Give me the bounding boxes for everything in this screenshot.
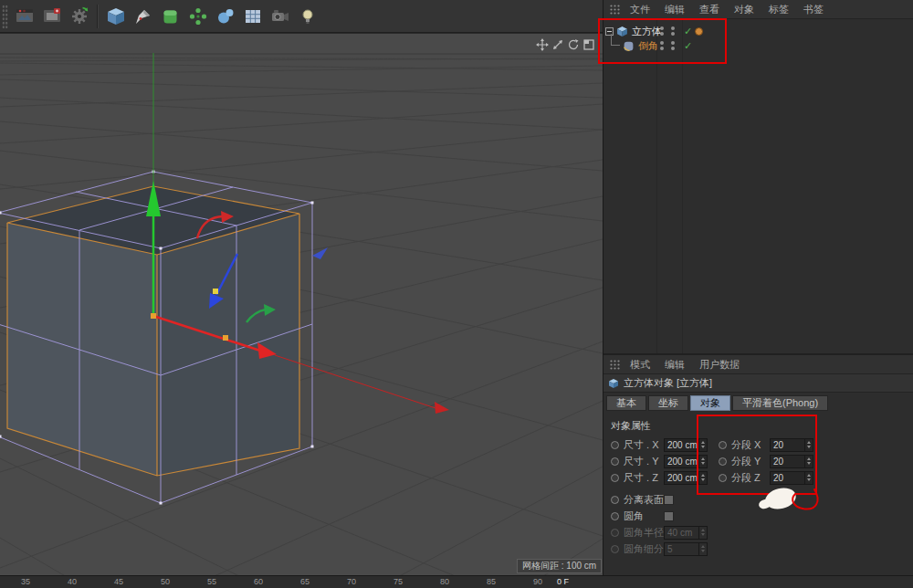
seg-z-input[interactable]: 20: [770, 471, 813, 485]
keyframe-dot-icon: [611, 545, 619, 553]
ruler-tick: 55: [207, 577, 216, 586]
keyframe-dot-icon[interactable]: [611, 441, 619, 449]
size-y-input[interactable]: 200 cm: [664, 455, 708, 468]
menu-edit[interactable]: 编辑: [657, 355, 692, 374]
ruler-tick: 45: [114, 577, 123, 586]
size-x-row: 尺寸 . X 200 cm 分段 X 20: [603, 436, 913, 453]
keyframe-dot-icon[interactable]: [611, 512, 619, 520]
environment-grid-icon[interactable]: [240, 4, 266, 29]
primitive-cube-icon[interactable]: [103, 4, 129, 29]
stepper-icon[interactable]: [698, 472, 707, 484]
viewport-nav: [536, 38, 595, 51]
cinema4d-window: 网格间距 : 100 cm 35 40 45 50 55 60 65 70 75…: [0, 0, 913, 588]
panel-menu-icon[interactable]: [609, 359, 621, 371]
object-row-cube[interactable]: 立方体 ✓: [603, 24, 913, 38]
keyframe-dot-icon[interactable]: [719, 441, 727, 449]
object-name[interactable]: 倒角: [638, 39, 658, 53]
size-z-input[interactable]: 200 cm: [664, 471, 708, 485]
visibility-dots-icon[interactable]: [660, 41, 664, 50]
keyframe-dot-icon[interactable]: [611, 496, 619, 504]
toolbar-grip[interactable]: [2, 5, 8, 28]
enabled-check-icon[interactable]: ✓: [684, 24, 692, 38]
size-x-label: 尺寸 . X: [624, 438, 664, 452]
fillet-label: 圆角: [624, 509, 664, 523]
bevel-deformer-icon: [623, 40, 635, 52]
stepper-icon[interactable]: [698, 456, 707, 467]
attribute-manager: 模式 编辑 用户数据 立方体对象 [立方体] 基本 坐标 对象 平滑着色(Pho…: [603, 355, 913, 557]
viewport-3d[interactable]: 网格间距 : 100 cm: [0, 33, 603, 575]
scene-3d: [0, 34, 603, 576]
fillet-subdivision-input: 5: [664, 542, 708, 556]
visibility-dots-icon[interactable]: [660, 26, 664, 36]
render-visibility-dots-icon[interactable]: [671, 26, 675, 36]
ruler-tick: 75: [394, 577, 403, 586]
keyframe-dot-icon[interactable]: [719, 474, 727, 482]
size-y-label: 尺寸 . Y: [624, 455, 664, 468]
light-icon[interactable]: [295, 4, 320, 29]
separate-surfaces-label: 分离表面: [624, 493, 664, 507]
seg-x-label: 分段 X: [731, 438, 770, 452]
render-visibility-dots-icon[interactable]: [671, 41, 675, 50]
panel-menu-icon[interactable]: [609, 4, 621, 16]
metaball-icon[interactable]: [213, 4, 238, 29]
stepper-icon[interactable]: [804, 472, 813, 484]
enabled-check-icon[interactable]: ✓: [684, 38, 692, 53]
keyframe-dot-icon: [611, 529, 619, 537]
maximize-icon[interactable]: [582, 38, 595, 51]
object-row-bevel[interactable]: 倒角 ✓: [603, 38, 913, 53]
fillet-radius-label: 圆角半径: [624, 526, 664, 540]
tab-coord[interactable]: 坐标: [648, 395, 688, 411]
render-view-icon[interactable]: [12, 4, 37, 29]
array-object-icon[interactable]: [185, 4, 211, 29]
tab-phong[interactable]: 平滑着色(Phong): [732, 395, 828, 411]
attribute-title: 立方体对象 [立方体]: [624, 376, 712, 390]
tree-column-divider: [656, 19, 657, 354]
grid-spacing-label: 网格间距 : 100 cm: [517, 559, 602, 573]
camera-icon[interactable]: [268, 4, 293, 29]
object-tree: 立方体 ✓ 倒角 ✓: [603, 19, 913, 354]
keyframe-dot-icon[interactable]: [719, 457, 727, 466]
stepper-icon[interactable]: [804, 456, 813, 467]
object-manager-menubar: 文件 编辑 查看 对象 标签 书签: [603, 0, 913, 19]
menu-object[interactable]: 对象: [727, 0, 761, 19]
menu-mode[interactable]: 模式: [623, 355, 657, 374]
right-panel: 文件 编辑 查看 对象 标签 书签 立方体 ✓ 倒角: [603, 0, 913, 575]
object-name[interactable]: 立方体: [632, 25, 662, 38]
fillet-checkbox[interactable]: [664, 511, 674, 521]
stepper-icon[interactable]: [698, 439, 707, 451]
fillet-subdivision-label: 圆角细分: [624, 542, 664, 556]
dolly-icon[interactable]: [551, 38, 564, 51]
menu-bookmark[interactable]: 书签: [796, 0, 831, 19]
render-picture-viewer-icon[interactable]: [39, 4, 65, 29]
attribute-body: 对象属性 尺寸 . X 200 cm 分段 X 20 尺寸 . Y 200 cm…: [603, 414, 913, 557]
tab-object[interactable]: 对象: [690, 395, 730, 411]
size-z-row: 尺寸 . Z 200 cm 分段 Z 20: [603, 469, 913, 486]
stepper-icon[interactable]: [804, 439, 813, 451]
timeline-ruler[interactable]: 35 40 45 50 55 60 65 70 75 80 85 90 0 F: [0, 575, 913, 588]
menu-edit[interactable]: 编辑: [657, 0, 692, 19]
keyframe-dot-icon[interactable]: [611, 457, 619, 466]
current-frame-label: 0 F: [557, 577, 569, 586]
tag-icon[interactable]: [695, 27, 703, 36]
size-x-input[interactable]: 200 cm: [664, 438, 708, 452]
menu-file[interactable]: 文件: [623, 0, 657, 19]
tab-basic[interactable]: 基本: [606, 395, 646, 411]
ruler-tick: 70: [347, 577, 356, 586]
menu-tags[interactable]: 标签: [761, 0, 796, 19]
seg-y-input[interactable]: 20: [770, 455, 813, 468]
pen-tool-icon[interactable]: [131, 4, 156, 29]
ruler-tick: 40: [68, 577, 77, 586]
keyframe-dot-icon[interactable]: [611, 474, 619, 482]
separate-surfaces-checkbox[interactable]: [664, 495, 674, 505]
menu-view[interactable]: 查看: [692, 0, 727, 19]
menu-user-data[interactable]: 用户数据: [692, 355, 747, 374]
generator-cube-icon[interactable]: [158, 4, 184, 29]
ruler-tick: 60: [254, 577, 263, 586]
rotate-icon[interactable]: [567, 38, 580, 51]
ruler-tick: 90: [533, 577, 542, 586]
main-toolbar: [0, 0, 603, 33]
render-settings-icon[interactable]: [67, 4, 92, 29]
seg-x-input[interactable]: 20: [770, 438, 813, 452]
pan-icon[interactable]: [536, 38, 549, 51]
ruler-tick: 80: [440, 577, 449, 586]
